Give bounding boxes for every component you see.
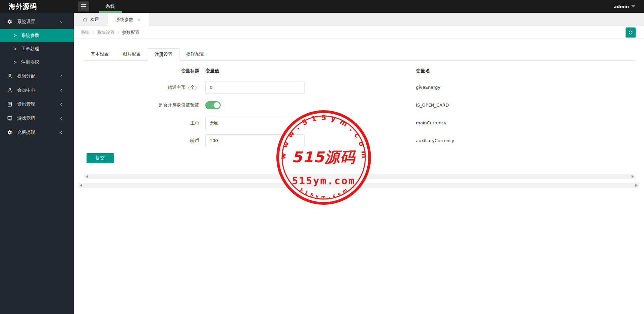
refresh-button[interactable]: [626, 27, 636, 38]
username: admin: [614, 4, 629, 9]
variable-name: giveEnergy: [416, 78, 454, 96]
breadcrumb-item: 系统设置: [97, 29, 114, 36]
variable-name: IS_OPEN_CARD: [416, 96, 454, 114]
auxiliary-currency-input[interactable]: [205, 134, 305, 147]
tab-label: 系统参数: [116, 17, 133, 23]
admin-page: 海外源码 系统 admin 系统设置 > 系统参数 > 工单处理: [0, 0, 644, 314]
user-badge-icon: [7, 73, 12, 79]
tab-label: 欢迎: [90, 16, 99, 22]
chevron-right-icon: >: [13, 46, 17, 52]
submit-button[interactable]: 提交: [87, 153, 114, 163]
chevron-left-icon: [59, 88, 63, 92]
breadcrumb-bar: 系统 / 系统设置 / 参数配置: [74, 26, 644, 39]
tab-basic-settings[interactable]: 基本设置: [84, 48, 116, 60]
sidebar-item-news-management[interactable]: 资讯管理: [0, 97, 74, 111]
sidebar-item-label: 系统参数: [21, 33, 39, 39]
sidebar-item-label: 工单处理: [21, 46, 39, 52]
main-content: 基本设置 图片配置 注册设置 提现配置 变量标题 变量值 变量名 赠送主币（个）…: [74, 39, 644, 314]
sidebar-item-permissions[interactable]: 权限分配: [0, 69, 74, 83]
column-header-title: 变量标题: [181, 64, 201, 78]
caret-down-icon: [631, 5, 635, 7]
sidebar-toggle-button[interactable]: [78, 1, 89, 11]
sidebar-group-system-settings[interactable]: 系统设置: [0, 15, 74, 29]
sidebar: 系统设置 > 系统参数 > 工单处理 > 注册协议 权限分配: [0, 13, 74, 314]
breadcrumb-separator: /: [117, 30, 119, 35]
chevron-left-icon: [59, 117, 63, 120]
field-cell: [201, 78, 416, 96]
chevron-right-icon: >: [13, 33, 17, 39]
tab-withdraw-config[interactable]: 提现配置: [179, 48, 211, 60]
sidebar-group-label: 系统设置: [17, 19, 35, 25]
topbar: 海外源码 系统 admin: [0, 0, 644, 13]
topnav-tab-system[interactable]: 系统: [97, 0, 124, 13]
tab-register-settings[interactable]: 注册设置: [148, 48, 179, 61]
field-cell: [201, 114, 416, 132]
sidebar-item-work-orders[interactable]: > 工单处理: [0, 42, 74, 56]
chevron-right-icon: >: [13, 59, 17, 65]
column-header-name: 变量名: [416, 64, 454, 78]
chevron-left-icon: [59, 131, 63, 134]
main-currency-input[interactable]: [205, 117, 305, 129]
sidebar-item-label: 游戏竞猜: [17, 115, 35, 121]
column-header-value: 变量值: [201, 64, 416, 78]
variable-name: mainCurrency: [416, 114, 454, 132]
variable-name: auxiliaryCurrency: [416, 132, 454, 149]
sidebar-item-label: 会员中心: [17, 87, 35, 93]
tab-image-config[interactable]: 图片配置: [116, 48, 148, 60]
news-icon: [7, 102, 12, 107]
sidebar-item-register-agreement[interactable]: > 注册协议: [0, 56, 74, 69]
page-horizontal-scrollbar[interactable]: [78, 183, 639, 188]
sidebar-item-label: 权限分配: [17, 73, 35, 79]
field-cell: [201, 132, 416, 149]
params-table: 变量标题 变量值 变量名 赠送主币（个） giveEnergy 是否开启身份证验…: [84, 64, 454, 149]
scroll-left-arrow[interactable]: [86, 175, 88, 178]
field-label: 辅币: [190, 132, 201, 149]
settings-tabbar: 基本设置 图片配置 注册设置 提现配置: [84, 48, 636, 61]
gear-icon: [7, 130, 12, 135]
home-icon: [83, 17, 88, 22]
scroll-right-arrow[interactable]: [635, 184, 638, 187]
field-label: 是否开启身份证验证: [159, 96, 202, 114]
field-label: 主币: [190, 114, 201, 132]
breadcrumb-item: 系统: [81, 29, 90, 36]
sidebar-item-recharge-withdraw[interactable]: 充值提现: [0, 125, 74, 139]
monitor-icon: [7, 116, 12, 121]
sidebar-item-system-params[interactable]: > 系统参数: [0, 29, 74, 42]
inner-horizontal-scrollbar[interactable]: [84, 174, 636, 179]
breadcrumb-current: 参数配置: [122, 29, 140, 36]
give-energy-input[interactable]: [205, 81, 305, 94]
app-logo: 海外源码: [0, 2, 74, 11]
chevron-down-icon: [59, 20, 63, 24]
sidebar-item-label: 资讯管理: [17, 101, 35, 107]
field-cell: [201, 96, 416, 114]
sidebar-item-label: 充值提现: [17, 129, 35, 135]
page-tabstrip: 欢迎 系统参数 ×: [74, 13, 644, 26]
user-menu[interactable]: admin: [614, 4, 635, 9]
tab-system-params[interactable]: 系统参数 ×: [108, 13, 149, 26]
field-label: 赠送主币（个）: [168, 78, 202, 96]
user-icon: [7, 87, 12, 93]
scroll-right-arrow[interactable]: [632, 175, 634, 178]
tab-welcome[interactable]: 欢迎: [74, 13, 108, 26]
refresh-icon: [628, 30, 633, 35]
breadcrumb-separator: /: [93, 30, 94, 35]
close-icon[interactable]: ×: [137, 17, 141, 22]
chevron-left-icon: [59, 74, 63, 78]
sidebar-item-game-betting[interactable]: 游戏竞猜: [0, 111, 74, 125]
chevron-left-icon: [59, 103, 63, 106]
hamburger-icon: [81, 4, 86, 8]
scroll-left-arrow[interactable]: [80, 184, 82, 187]
identity-verification-toggle[interactable]: [205, 101, 221, 109]
sidebar-item-label: 注册协议: [21, 59, 39, 65]
sidebar-item-member-center[interactable]: 会员中心: [0, 83, 74, 97]
gear-icon: [7, 19, 12, 25]
